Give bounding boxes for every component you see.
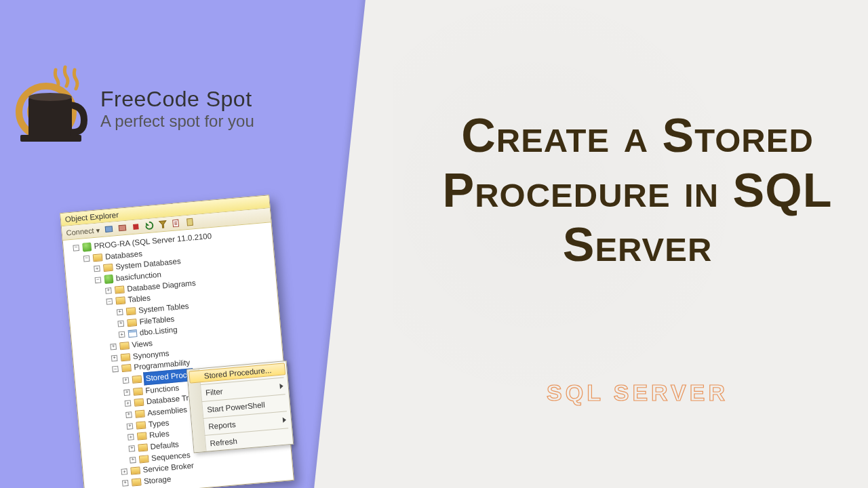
collapse-icon[interactable]: −	[83, 255, 90, 262]
expand-icon[interactable]: +	[117, 320, 124, 327]
expand-icon[interactable]: +	[117, 309, 123, 316]
folder-icon	[139, 455, 149, 463]
menu-item-label: Stored Procedure...	[203, 366, 271, 380]
submenu-arrow-icon	[283, 417, 287, 422]
brand-tagline: A perfect spot for you	[100, 112, 254, 131]
svg-point-3	[28, 93, 72, 101]
toolbar-script-icon[interactable]	[172, 218, 182, 228]
menu-item-label: Start PowerShell	[207, 401, 265, 413]
expand-icon[interactable]: +	[125, 411, 132, 418]
collapse-icon[interactable]: −	[95, 277, 102, 283]
folder-icon	[126, 307, 136, 315]
folder-icon	[115, 285, 125, 293]
expand-icon[interactable]: +	[130, 457, 136, 464]
toolbar-registered-icon[interactable]	[185, 217, 195, 227]
table-icon	[128, 329, 138, 338]
collapse-icon[interactable]: −	[112, 366, 119, 373]
expand-icon[interactable]: +	[110, 344, 117, 350]
expand-icon[interactable]: +	[123, 389, 130, 396]
folder-icon	[137, 432, 147, 441]
brand-text: FreeCode Spot A perfect spot for you	[100, 87, 254, 131]
svg-rect-9	[187, 218, 193, 226]
toolbar-disconnect-icon[interactable]	[117, 223, 127, 233]
folder-icon	[134, 399, 144, 407]
connect-dropdown[interactable]: Connect ▾	[66, 226, 100, 237]
folder-icon	[136, 421, 146, 429]
node-label: Storage	[142, 474, 172, 487]
menu-item-label: Reports	[208, 420, 236, 430]
menu-item-label: Filter	[205, 387, 224, 396]
collapse-icon[interactable]: −	[106, 298, 113, 305]
brand-name: FreeCode Spot	[100, 87, 254, 112]
svg-rect-4	[20, 135, 81, 142]
expand-icon[interactable]: +	[121, 468, 127, 475]
expand-icon[interactable]: +	[123, 377, 130, 384]
submenu-arrow-icon	[279, 384, 283, 389]
svg-rect-7	[133, 224, 139, 230]
coffee-cup-icon	[14, 64, 88, 152]
tree-view: −PROG-RA (SQL Server 11.0.2100 −Database…	[63, 222, 294, 488]
server-icon	[82, 242, 92, 251]
expand-icon[interactable]: +	[125, 400, 132, 407]
folder-icon	[103, 264, 113, 272]
folder-icon	[130, 467, 140, 475]
folder-icon	[93, 253, 103, 262]
toolbar-refresh-icon[interactable]	[144, 220, 155, 230]
context-menu: Stored Procedure... Filter Start PowerSh…	[186, 361, 294, 453]
folder-icon	[132, 478, 142, 486]
folder-icon	[138, 443, 148, 451]
expand-icon[interactable]: +	[105, 287, 112, 294]
toolbar-filter-icon[interactable]	[158, 220, 168, 230]
folder-icon	[135, 409, 145, 418]
expand-icon[interactable]: +	[122, 480, 129, 487]
folder-icon	[127, 319, 137, 327]
expand-icon[interactable]: +	[128, 445, 135, 452]
expand-icon[interactable]: +	[111, 354, 118, 361]
svg-rect-2	[28, 97, 72, 140]
folder-icon	[119, 342, 130, 350]
folder-icon	[115, 297, 125, 305]
toolbar-connect-icon[interactable]	[104, 224, 114, 235]
folder-icon	[121, 353, 131, 361]
expand-icon[interactable]: +	[94, 266, 100, 272]
folder-icon	[132, 375, 142, 384]
object-explorer-panel: Object Explorer Connect ▾ −PROG-RA (SQL …	[60, 195, 294, 488]
database-icon	[104, 274, 113, 284]
toolbar-stop-icon[interactable]	[131, 222, 141, 232]
svg-rect-6	[119, 225, 126, 231]
folder-icon	[121, 364, 132, 372]
subheadline-text: SQL SERVER	[420, 380, 854, 406]
expand-icon[interactable]: +	[127, 434, 134, 441]
svg-rect-5	[105, 226, 113, 232]
folder-icon	[133, 387, 143, 395]
brand-logo-area: FreeCode Spot A perfect spot for you	[14, 64, 254, 152]
expand-icon[interactable]: +	[127, 423, 134, 430]
expand-icon[interactable]: +	[119, 331, 125, 338]
menu-item-label: Refresh	[210, 437, 237, 447]
headline-text: Create a Stored Procedure in SQL Server	[420, 108, 854, 272]
collapse-icon[interactable]: −	[73, 245, 79, 251]
